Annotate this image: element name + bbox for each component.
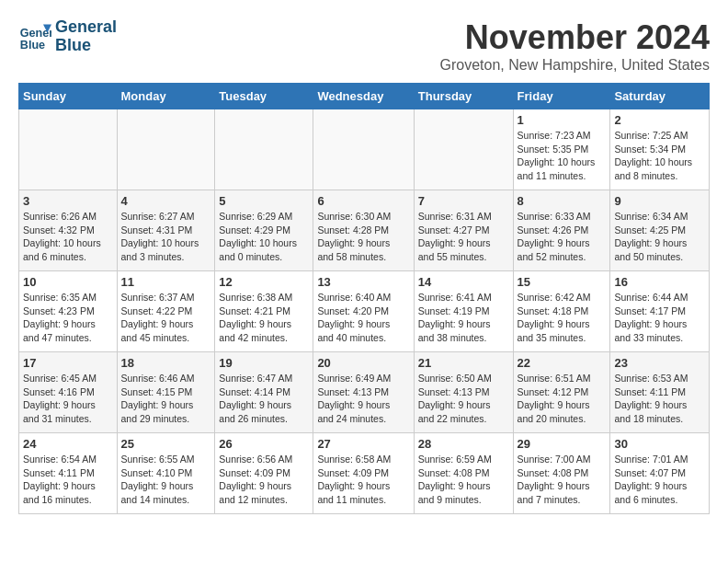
day-number: 2 <box>614 113 705 127</box>
day-info: Sunrise: 6:33 AMSunset: 4:26 PMDaylight:… <box>518 210 607 264</box>
svg-text:Blue: Blue <box>20 38 45 51</box>
calendar-day-cell: 2Sunrise: 7:25 AMSunset: 5:34 PMDaylight… <box>610 109 710 190</box>
calendar-day-cell: 22Sunrise: 6:51 AMSunset: 4:12 PMDayligh… <box>513 352 610 433</box>
calendar-day-cell: 3Sunrise: 6:26 AMSunset: 4:32 PMDaylight… <box>19 190 118 271</box>
day-info: Sunrise: 6:49 AMSunset: 4:13 PMDaylight:… <box>317 372 409 426</box>
day-info: Sunrise: 6:56 AMSunset: 4:09 PMDaylight:… <box>219 453 309 507</box>
calendar-day-cell: 12Sunrise: 6:38 AMSunset: 4:21 PMDayligh… <box>215 271 313 352</box>
calendar-day-cell: 28Sunrise: 6:59 AMSunset: 4:08 PMDayligh… <box>414 433 513 514</box>
calendar-day-cell: 29Sunrise: 7:00 AMSunset: 4:08 PMDayligh… <box>513 433 610 514</box>
day-info: Sunrise: 6:47 AMSunset: 4:14 PMDaylight:… <box>219 372 309 426</box>
day-info: Sunrise: 7:01 AMSunset: 4:07 PMDaylight:… <box>614 453 705 507</box>
day-number: 4 <box>121 194 211 208</box>
calendar-day-cell: 20Sunrise: 6:49 AMSunset: 4:13 PMDayligh… <box>313 352 414 433</box>
weekday-header-friday: Friday <box>513 84 610 109</box>
day-number: 6 <box>317 194 409 208</box>
calendar-day-cell: 17Sunrise: 6:45 AMSunset: 4:16 PMDayligh… <box>19 352 118 433</box>
calendar-day-cell: 27Sunrise: 6:58 AMSunset: 4:09 PMDayligh… <box>313 433 414 514</box>
day-info: Sunrise: 6:34 AMSunset: 4:25 PMDaylight:… <box>614 210 705 264</box>
weekday-header-tuesday: Tuesday <box>215 84 313 109</box>
day-number: 16 <box>614 275 705 289</box>
calendar-day-cell: 30Sunrise: 7:01 AMSunset: 4:07 PMDayligh… <box>610 433 710 514</box>
day-number: 24 <box>23 437 113 451</box>
day-info: Sunrise: 6:51 AMSunset: 4:12 PMDaylight:… <box>518 372 607 426</box>
day-number: 27 <box>317 437 409 451</box>
calendar-week-row: 3Sunrise: 6:26 AMSunset: 4:32 PMDaylight… <box>19 190 710 271</box>
day-number: 30 <box>614 437 705 451</box>
general-blue-logo-icon: General Blue <box>18 20 51 53</box>
calendar-day-cell: 26Sunrise: 6:56 AMSunset: 4:09 PMDayligh… <box>215 433 313 514</box>
day-info: Sunrise: 6:31 AMSunset: 4:27 PMDaylight:… <box>418 210 509 264</box>
calendar-day-cell: 19Sunrise: 6:47 AMSunset: 4:14 PMDayligh… <box>215 352 313 433</box>
calendar-week-row: 1Sunrise: 7:23 AMSunset: 5:35 PMDaylight… <box>19 109 710 190</box>
day-number: 5 <box>219 194 309 208</box>
day-info: Sunrise: 7:25 AMSunset: 5:34 PMDaylight:… <box>614 129 705 183</box>
day-number: 29 <box>518 437 607 451</box>
day-number: 22 <box>518 356 607 370</box>
day-info: Sunrise: 6:29 AMSunset: 4:29 PMDaylight:… <box>219 210 309 264</box>
weekday-header-thursday: Thursday <box>414 84 513 109</box>
day-info: Sunrise: 6:37 AMSunset: 4:22 PMDaylight:… <box>121 291 211 345</box>
calendar-day-cell: 6Sunrise: 6:30 AMSunset: 4:28 PMDaylight… <box>313 190 414 271</box>
day-info: Sunrise: 6:46 AMSunset: 4:15 PMDaylight:… <box>121 372 211 426</box>
calendar-day-cell: 5Sunrise: 6:29 AMSunset: 4:29 PMDaylight… <box>215 190 313 271</box>
day-info: Sunrise: 6:50 AMSunset: 4:13 PMDaylight:… <box>418 372 509 426</box>
calendar-week-row: 10Sunrise: 6:35 AMSunset: 4:23 PMDayligh… <box>19 271 710 352</box>
title-section: November 2024 Groveton, New Hampshire, U… <box>440 18 710 74</box>
calendar-week-row: 24Sunrise: 6:54 AMSunset: 4:11 PMDayligh… <box>19 433 710 514</box>
day-info: Sunrise: 6:54 AMSunset: 4:11 PMDaylight:… <box>23 453 113 507</box>
day-info: Sunrise: 6:42 AMSunset: 4:18 PMDaylight:… <box>518 291 607 345</box>
calendar-day-cell: 21Sunrise: 6:50 AMSunset: 4:13 PMDayligh… <box>414 352 513 433</box>
day-number: 17 <box>23 356 113 370</box>
calendar-day-cell <box>414 109 513 190</box>
location-subtitle: Groveton, New Hampshire, United States <box>440 57 710 74</box>
page-header: General Blue General Blue November 2024 … <box>18 18 710 74</box>
day-number: 10 <box>23 275 113 289</box>
weekday-header-row: SundayMondayTuesdayWednesdayThursdayFrid… <box>19 84 710 109</box>
day-info: Sunrise: 7:00 AMSunset: 4:08 PMDaylight:… <box>518 453 607 507</box>
day-info: Sunrise: 6:40 AMSunset: 4:20 PMDaylight:… <box>317 291 409 345</box>
day-info: Sunrise: 6:55 AMSunset: 4:10 PMDaylight:… <box>121 453 211 507</box>
day-number: 20 <box>317 356 409 370</box>
logo-text: General Blue <box>55 18 117 55</box>
day-number: 25 <box>121 437 211 451</box>
calendar-day-cell: 16Sunrise: 6:44 AMSunset: 4:17 PMDayligh… <box>610 271 710 352</box>
day-info: Sunrise: 6:41 AMSunset: 4:19 PMDaylight:… <box>418 291 509 345</box>
calendar-day-cell <box>215 109 313 190</box>
day-info: Sunrise: 6:45 AMSunset: 4:16 PMDaylight:… <box>23 372 113 426</box>
calendar-day-cell: 14Sunrise: 6:41 AMSunset: 4:19 PMDayligh… <box>414 271 513 352</box>
calendar-day-cell: 7Sunrise: 6:31 AMSunset: 4:27 PMDaylight… <box>414 190 513 271</box>
day-number: 3 <box>23 194 113 208</box>
weekday-header-wednesday: Wednesday <box>313 84 414 109</box>
day-number: 8 <box>518 194 607 208</box>
day-number: 12 <box>219 275 309 289</box>
day-number: 18 <box>121 356 211 370</box>
weekday-header-sunday: Sunday <box>19 84 118 109</box>
calendar-day-cell: 13Sunrise: 6:40 AMSunset: 4:20 PMDayligh… <box>313 271 414 352</box>
calendar-day-cell: 11Sunrise: 6:37 AMSunset: 4:22 PMDayligh… <box>117 271 215 352</box>
calendar-day-cell: 18Sunrise: 6:46 AMSunset: 4:15 PMDayligh… <box>117 352 215 433</box>
day-info: Sunrise: 6:35 AMSunset: 4:23 PMDaylight:… <box>23 291 113 345</box>
calendar-day-cell: 8Sunrise: 6:33 AMSunset: 4:26 PMDaylight… <box>513 190 610 271</box>
logo: General Blue General Blue <box>18 18 117 55</box>
calendar-day-cell: 9Sunrise: 6:34 AMSunset: 4:25 PMDaylight… <box>610 190 710 271</box>
day-info: Sunrise: 6:27 AMSunset: 4:31 PMDaylight:… <box>121 210 211 264</box>
calendar-day-cell: 10Sunrise: 6:35 AMSunset: 4:23 PMDayligh… <box>19 271 118 352</box>
calendar-day-cell: 25Sunrise: 6:55 AMSunset: 4:10 PMDayligh… <box>117 433 215 514</box>
day-number: 14 <box>418 275 509 289</box>
day-info: Sunrise: 7:23 AMSunset: 5:35 PMDaylight:… <box>518 129 607 183</box>
calendar-day-cell <box>117 109 215 190</box>
day-number: 7 <box>418 194 509 208</box>
month-title: November 2024 <box>440 18 710 57</box>
calendar-day-cell: 4Sunrise: 6:27 AMSunset: 4:31 PMDaylight… <box>117 190 215 271</box>
day-number: 23 <box>614 356 705 370</box>
calendar-day-cell: 1Sunrise: 7:23 AMSunset: 5:35 PMDaylight… <box>513 109 610 190</box>
calendar-week-row: 17Sunrise: 6:45 AMSunset: 4:16 PMDayligh… <box>19 352 710 433</box>
day-info: Sunrise: 6:44 AMSunset: 4:17 PMDaylight:… <box>614 291 705 345</box>
day-info: Sunrise: 6:53 AMSunset: 4:11 PMDaylight:… <box>614 372 705 426</box>
calendar-day-cell: 15Sunrise: 6:42 AMSunset: 4:18 PMDayligh… <box>513 271 610 352</box>
day-number: 9 <box>614 194 705 208</box>
calendar-day-cell <box>19 109 118 190</box>
weekday-header-saturday: Saturday <box>610 84 710 109</box>
day-number: 1 <box>518 113 607 127</box>
